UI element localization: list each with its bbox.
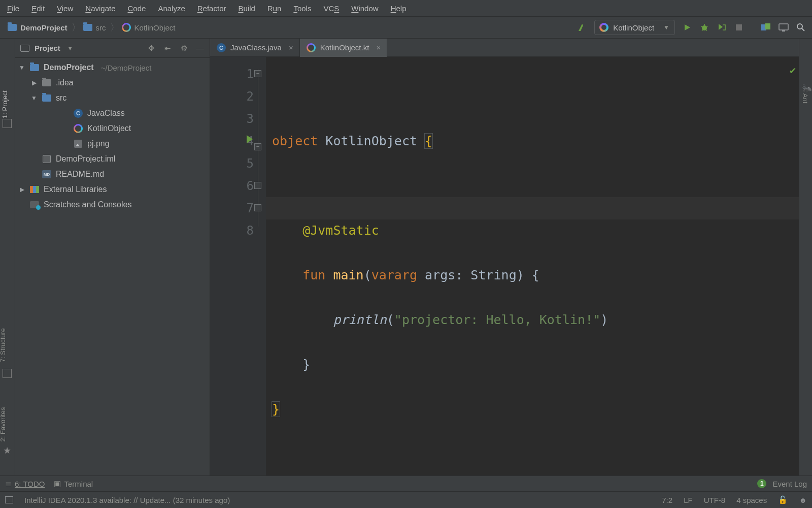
tool-window-event-log[interactable]: 1 Event Log: [757, 479, 807, 488]
chevron-down-icon[interactable]: ▼: [67, 45, 73, 51]
readonly-toggle-icon[interactable]: 🔓: [778, 495, 788, 504]
bottom-tool-bar: ≣ 6: TODO ▣ Terminal 1 Event Log: [0, 475, 812, 492]
gutter[interactable]: 12345678: [210, 57, 258, 508]
search-everywhere-icon[interactable]: [793, 19, 809, 36]
tree-node-demoproject[interactable]: ▼ DemoProject ~/DemoProject: [15, 60, 210, 75]
code-area[interactable]: ✔ object KotlinObject { @JvmStatic fun m…: [266, 57, 799, 508]
toolbar: DemoProject 〉 src 〉 KotlinObject KotlinO…: [0, 16, 812, 39]
markdown-file-icon: MD: [42, 169, 52, 179]
project-scope-icon: [20, 45, 29, 52]
tree-node-pjpng[interactable]: · pj.png: [15, 136, 210, 151]
tool-window-project[interactable]: 1: Project: [1, 90, 9, 118]
tab-label: JavaClass.java: [230, 43, 282, 52]
run-gutter-icon[interactable]: [247, 135, 253, 143]
tree-node-demoproject-iml[interactable]: · DemoProject.iml: [15, 151, 210, 167]
tree-node-src[interactable]: ▼ src: [15, 90, 210, 106]
tree-node-javaclass[interactable]: ·C JavaClass: [15, 106, 210, 121]
status-message[interactable]: IntelliJ IDEA 2020.1.3 available: // Upd…: [24, 496, 230, 504]
menu-bar: File Edit View Navigate Code Analyze Ref…: [0, 0, 812, 16]
iml-file-icon: [42, 154, 52, 164]
menu-vcs[interactable]: VCS: [318, 3, 344, 14]
line-separator[interactable]: LF: [684, 496, 693, 504]
tool-window-structure[interactable]: 7: Structure: [0, 328, 7, 362]
svg-rect-3: [765, 23, 770, 29]
menu-edit[interactable]: Edit: [26, 3, 50, 14]
menu-tools[interactable]: Tools: [288, 3, 316, 14]
tree-node-external-libraries[interactable]: ▶ External Libraries: [15, 182, 210, 197]
editor-column: C JavaClass.java × KotlinObject.kt × 123…: [210, 39, 799, 475]
breadcrumb: DemoProject 〉 src 〉 KotlinObject: [7, 21, 177, 34]
caret-position[interactable]: 7:2: [662, 496, 672, 504]
star-icon[interactable]: ★: [3, 445, 11, 456]
screen-icon[interactable]: [775, 19, 792, 36]
svg-point-6: [797, 24, 802, 29]
folder-icon: [42, 78, 52, 88]
menu-navigate[interactable]: Navigate: [80, 3, 120, 14]
tool-window-ant[interactable]: Ant: [802, 93, 809, 104]
tool-window-favorites[interactable]: 2: Favorites: [0, 407, 7, 442]
menu-file[interactable]: File: [2, 3, 24, 14]
fold-icon[interactable]: −: [254, 70, 261, 77]
menu-window[interactable]: Window: [346, 3, 383, 14]
menu-code[interactable]: Code: [123, 3, 151, 14]
tab-kotlinobject[interactable]: KotlinObject.kt ×: [300, 39, 387, 57]
run-button[interactable]: [679, 19, 695, 36]
hide-panel-icon[interactable]: —: [193, 44, 207, 52]
tree-node-idea[interactable]: ▶ .idea: [15, 75, 210, 90]
breadcrumb-project[interactable]: DemoProject: [18, 22, 70, 33]
editor-tabs: C JavaClass.java × KotlinObject.kt ×: [210, 39, 799, 57]
locate-icon[interactable]: ✥: [145, 44, 158, 53]
menu-build[interactable]: Build: [233, 3, 260, 14]
tree-node-readme[interactable]: ·MD README.md: [15, 167, 210, 182]
menu-analyze[interactable]: Analyze: [153, 3, 190, 14]
tab-label: KotlinObject.kt: [320, 43, 369, 52]
terminal-icon: ▣: [54, 479, 61, 488]
tree-node-kotlinobject[interactable]: · KotlinObject: [15, 121, 210, 136]
project-tree[interactable]: ▼ DemoProject ~/DemoProject ▶ .idea ▼ sr…: [15, 58, 210, 475]
java-class-icon: C: [216, 43, 226, 53]
project-panel-icon[interactable]: [3, 119, 12, 128]
tab-javaclass[interactable]: C JavaClass.java ×: [210, 39, 300, 57]
settings-icon[interactable]: ⚙: [177, 44, 190, 53]
breadcrumb-src[interactable]: src: [94, 22, 108, 33]
folder-icon: [29, 62, 40, 73]
fold-end-icon[interactable]: [254, 204, 261, 211]
debug-button[interactable]: [696, 19, 713, 36]
fold-end-icon[interactable]: [254, 182, 261, 189]
structure-panel-icon[interactable]: [3, 369, 12, 378]
project-tree-header: Project ▼ ✥ ⇤ ⚙ —: [15, 39, 210, 58]
close-icon[interactable]: ×: [376, 43, 381, 52]
breadcrumb-file[interactable]: KotlinObject: [132, 22, 178, 33]
kotlin-file-icon: [306, 43, 316, 53]
run-configuration-select[interactable]: KotlinObject ▼: [594, 20, 675, 35]
run-with-coverage-button[interactable]: [714, 19, 730, 36]
ant-icon[interactable]: 🐜: [802, 83, 812, 93]
chevron-down-icon: ▼: [663, 24, 669, 31]
memory-indicator-icon[interactable]: ☻: [799, 496, 807, 504]
indent-setting[interactable]: 4 spaces: [736, 496, 767, 504]
update-running-app-icon[interactable]: [758, 19, 774, 36]
build-icon[interactable]: [574, 19, 590, 36]
menu-run[interactable]: Run: [262, 3, 287, 14]
menu-view[interactable]: View: [52, 3, 78, 14]
event-count-badge: 1: [757, 479, 766, 488]
project-tree-title[interactable]: Project: [35, 44, 60, 52]
java-class-icon: C: [73, 108, 83, 118]
close-icon[interactable]: ×: [289, 43, 293, 52]
collapse-all-icon[interactable]: ⇤: [161, 44, 174, 53]
fold-icon[interactable]: −: [254, 143, 261, 150]
menu-help[interactable]: Help: [386, 3, 412, 14]
stop-button[interactable]: [731, 19, 747, 36]
kotlin-icon: [121, 22, 131, 33]
left-tool-strip: 1: Project 7: Structure 2: Favorites ★: [0, 39, 15, 475]
run-configuration-label: KotlinObject: [613, 23, 654, 32]
tool-windows-icon[interactable]: [5, 496, 13, 503]
inspection-ok-icon[interactable]: ✔: [790, 59, 796, 81]
folder-icon: [7, 22, 17, 33]
file-encoding[interactable]: UTF-8: [704, 496, 726, 504]
menu-refactor[interactable]: Refactor: [192, 3, 231, 14]
tree-node-scratches[interactable]: · Scratches and Consoles: [15, 197, 210, 212]
tool-window-todo[interactable]: ≣ 6: TODO: [5, 479, 45, 488]
tool-window-terminal[interactable]: ▣ Terminal: [54, 479, 93, 488]
main-area: 1: Project 7: Structure 2: Favorites ★ P…: [0, 39, 812, 475]
